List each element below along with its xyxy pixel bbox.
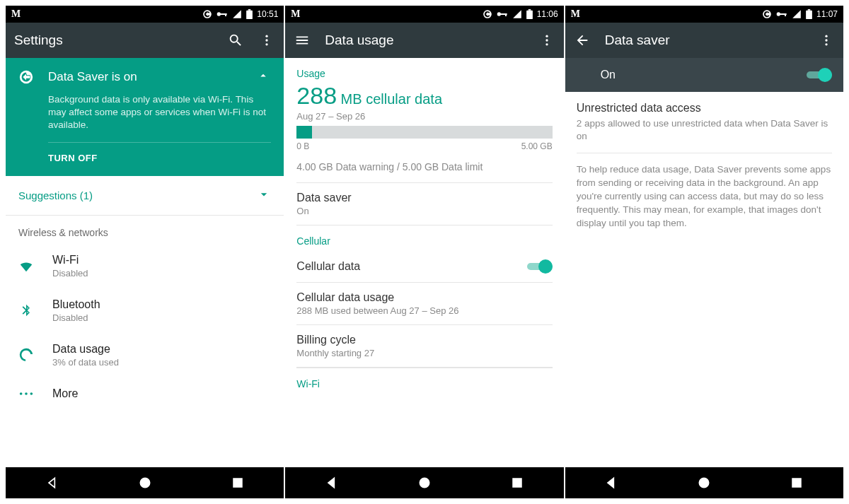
cellular-header: Cellular (296, 225, 552, 251)
collapse-icon[interactable] (257, 69, 271, 85)
wifi-header: Wi-Fi (296, 368, 552, 394)
app-bar: Data saver (565, 23, 843, 58)
status-bar: M 10:51 (6, 6, 284, 23)
recents-nav-icon[interactable] (789, 475, 804, 491)
overflow-menu-icon[interactable] (538, 32, 555, 49)
section-header-wireless: Wireless & networks (6, 216, 284, 244)
bluetooth-item[interactable]: Bluetooth Disabled (6, 288, 284, 333)
turn-off-button[interactable]: TURN OFF (48, 153, 271, 163)
toggle-label: On (577, 69, 807, 81)
usage-header: Usage (296, 58, 552, 79)
status-bar: M 11:06 (285, 6, 563, 23)
cell-signal-icon (512, 9, 522, 19)
cell-signal-icon (792, 9, 802, 19)
carrier-logo-icon: M (11, 8, 21, 20)
wifi-icon (18, 258, 34, 274)
wifi-item[interactable]: Wi-Fi Disabled (6, 244, 284, 288)
page-title: Settings (14, 33, 213, 48)
svg-point-11 (140, 478, 149, 487)
nav-bar (285, 467, 563, 498)
carrier-logo-icon: M (571, 8, 580, 20)
cellular-usage-row[interactable]: Cellular data usage 288 MB used between … (296, 283, 552, 325)
back-icon[interactable] (574, 32, 591, 49)
svg-point-13 (497, 12, 500, 16)
back-nav-icon[interactable] (603, 475, 619, 491)
master-toggle-row[interactable]: On (565, 58, 843, 92)
unrestricted-access-item[interactable]: Unrestricted data access 2 apps allowed … (577, 92, 832, 153)
vpn-key-icon (776, 11, 787, 18)
svg-point-23 (777, 12, 780, 16)
status-time: 11:07 (816, 9, 838, 19)
cell-signal-icon (232, 9, 242, 19)
screen-data-saver: M 11:07 Data saver On Unrestricted data … (565, 6, 843, 498)
datasaver-status-icon (762, 9, 772, 19)
data-usage-item[interactable]: Data usage 3% of data used (6, 333, 284, 377)
overflow-menu-icon[interactable] (818, 32, 835, 49)
page-title: Data usage (325, 33, 524, 48)
home-nav-icon[interactable] (137, 475, 153, 491)
data-usage-icon (18, 347, 34, 363)
svg-point-6 (266, 39, 268, 41)
app-bar: Settings (6, 23, 284, 58)
svg-point-21 (420, 478, 429, 487)
overflow-menu-icon[interactable] (258, 32, 275, 49)
svg-point-5 (266, 35, 268, 37)
svg-point-9 (25, 392, 28, 395)
more-item[interactable]: More (6, 377, 284, 410)
datasaver-status-icon (483, 9, 492, 19)
hamburger-menu-icon[interactable] (294, 32, 311, 49)
recents-nav-icon[interactable] (230, 475, 246, 491)
bar-min: 0 B (296, 141, 309, 151)
search-icon[interactable] (227, 32, 244, 49)
data-saver-toggle[interactable] (807, 68, 832, 82)
page-title: Data saver (605, 33, 804, 48)
billing-cycle-row[interactable]: Billing cycle Monthly starting 27 (296, 325, 552, 368)
status-bar: M 11:07 (565, 6, 843, 23)
status-time: 11:06 (537, 9, 558, 19)
bluetooth-icon (18, 303, 34, 318)
datasaver-status-icon (202, 9, 212, 19)
card-description: Background data is only available via Wi… (48, 93, 271, 132)
svg-rect-12 (233, 479, 242, 487)
home-nav-icon[interactable] (417, 475, 432, 491)
cellular-data-toggle[interactable] (527, 259, 553, 274)
back-nav-icon[interactable] (45, 475, 60, 491)
cellular-data-row[interactable]: Cellular data (296, 251, 552, 283)
svg-rect-27 (808, 9, 811, 11)
svg-rect-25 (785, 13, 786, 16)
nav-bar (6, 467, 284, 498)
svg-rect-32 (792, 479, 801, 487)
card-title: Data Saver is on (48, 70, 243, 84)
home-nav-icon[interactable] (696, 475, 712, 491)
suggestions-row[interactable]: Suggestions (1) (6, 176, 284, 216)
explanation-text: To help reduce data usage, Data Saver pr… (577, 153, 832, 240)
suggestions-label: Suggestions (1) (18, 189, 93, 201)
svg-rect-26 (806, 11, 812, 19)
data-saver-card: Data Saver is on Background data is only… (6, 58, 284, 176)
svg-point-8 (20, 392, 23, 395)
bar-max: 5.00 GB (521, 141, 553, 151)
battery-icon (806, 9, 812, 19)
back-nav-icon[interactable] (324, 475, 340, 491)
status-time: 10:51 (257, 9, 278, 19)
screen-settings: M 10:51 Settings Data Saver is on (6, 6, 285, 498)
nav-bar (565, 467, 843, 498)
svg-rect-2 (225, 13, 226, 16)
usage-bar (296, 126, 552, 139)
battery-icon (526, 9, 533, 19)
app-bar: Data usage (285, 23, 563, 58)
carrier-logo-icon: M (291, 8, 300, 20)
svg-rect-22 (513, 479, 521, 487)
usage-amount: 288 MB cellular data (296, 79, 552, 111)
more-icon (18, 391, 34, 397)
svg-point-10 (30, 392, 33, 395)
screen-data-usage: M 11:06 Data usage Usage 288 MB cellular… (285, 6, 565, 498)
svg-rect-16 (526, 11, 533, 19)
data-saver-row[interactable]: Data saver On (296, 183, 552, 225)
svg-point-30 (825, 43, 827, 45)
svg-rect-17 (528, 9, 531, 11)
recents-nav-icon[interactable] (509, 475, 525, 491)
svg-point-19 (545, 39, 548, 41)
svg-point-0 (217, 12, 221, 16)
datasaver-icon (18, 69, 34, 85)
